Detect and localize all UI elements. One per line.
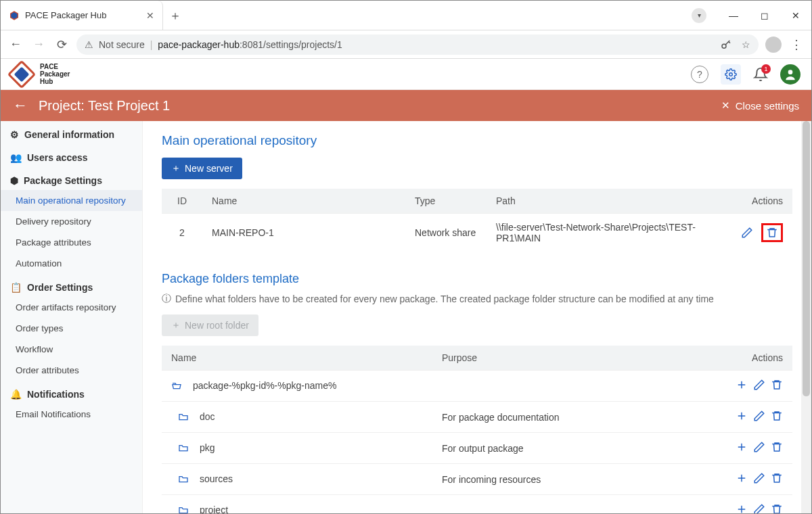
tab-title: PACE Packager Hub <box>25 10 106 20</box>
package-icon: ⬢ <box>10 175 18 186</box>
folders-table: Name Purpose Actions package-%pkg-id%-%p… <box>162 346 792 514</box>
users-icon: 👥 <box>10 152 22 163</box>
open-folder-icon <box>171 381 182 390</box>
delete-icon[interactable] <box>771 410 783 422</box>
folder-row: sourcesFor incoming resources <box>162 464 792 495</box>
page-title: Project: Test Project 1 <box>39 98 170 114</box>
col-path: Path <box>487 189 726 214</box>
gear-outline-icon: ⚙ <box>10 129 19 140</box>
sidebar-order-settings[interactable]: 📋Order Settings <box>1 274 142 297</box>
not-secure-icon: ⚠ <box>85 39 93 50</box>
url-path: :8081/settings/projects/1 <box>240 39 342 50</box>
plus-icon: ＋ <box>171 162 181 174</box>
delete-icon[interactable] <box>761 223 783 242</box>
new-root-folder-button: ＋ New root folder <box>162 314 258 336</box>
nav-back-icon[interactable]: ← <box>7 37 24 51</box>
delete-icon[interactable] <box>771 503 783 514</box>
edit-icon[interactable] <box>753 472 765 484</box>
maximize-button[interactable]: ◻ <box>749 1 780 30</box>
col-name: Name <box>202 189 405 214</box>
back-arrow-icon[interactable]: ← <box>13 97 28 114</box>
add-icon[interactable] <box>736 503 748 514</box>
sidebar-item-order-attrs[interactable]: Order attributes <box>1 360 142 381</box>
section-title-main-repo: Main operational repository <box>162 133 792 148</box>
user-avatar[interactable] <box>780 64 800 85</box>
bell-outline-icon: 🔔 <box>10 389 22 400</box>
close-window-button[interactable]: ✕ <box>780 1 811 30</box>
star-icon[interactable]: ☆ <box>742 39 750 50</box>
account-dropdown-icon[interactable]: ▾ <box>692 8 706 23</box>
svg-point-0 <box>722 44 726 48</box>
edit-icon[interactable] <box>753 379 765 391</box>
sidebar-item-main-repo[interactable]: Main operational repository <box>1 190 142 211</box>
cube-icon <box>9 10 20 21</box>
sidebar-item-workflow[interactable]: Workflow <box>1 339 142 360</box>
add-icon[interactable] <box>736 472 748 484</box>
sidebar-notifications[interactable]: 🔔Notifications <box>1 381 142 404</box>
sidebar-package-settings[interactable]: ⬢Package Settings <box>1 167 142 190</box>
clipboard-icon: 📋 <box>10 282 22 293</box>
new-tab-button[interactable]: ＋ <box>163 1 187 30</box>
folder-row: package-%pkg-id%-%pkg-name% <box>162 371 792 402</box>
content-scrollbar[interactable] <box>801 121 811 514</box>
col-actions: Actions <box>726 189 792 214</box>
sidebar-item-package-attrs[interactable]: Package attributes <box>1 232 142 253</box>
delete-icon[interactable] <box>771 472 783 484</box>
reload-icon[interactable]: ⟳ <box>53 37 70 52</box>
tab-close-icon[interactable]: ✕ <box>146 10 154 21</box>
svg-point-1 <box>729 72 733 76</box>
section-title-folders: Package folders template <box>162 272 792 286</box>
folder-icon <box>178 443 189 452</box>
delete-icon[interactable] <box>771 441 783 453</box>
not-secure-label: Not secure <box>99 39 145 50</box>
delete-icon[interactable] <box>771 379 783 391</box>
sidebar-item-delivery-repo[interactable]: Delivery repository <box>1 211 142 232</box>
col-type: Type <box>405 189 487 214</box>
sidebar: ⚙General information 👥Users access ⬢Pack… <box>1 121 143 514</box>
sidebar-item-order-types[interactable]: Order types <box>1 318 142 339</box>
notification-badge: 1 <box>761 64 771 74</box>
new-server-button[interactable]: ＋ New server <box>162 158 242 179</box>
edit-icon[interactable] <box>753 503 765 514</box>
edit-icon[interactable] <box>753 410 765 422</box>
folder-row: pkgFor output package <box>162 433 792 464</box>
sidebar-item-order-artifacts[interactable]: Order artifacts repository <box>1 297 142 318</box>
folder-row: project <box>162 495 792 515</box>
edit-icon[interactable] <box>753 441 765 453</box>
profile-icon[interactable] <box>765 37 782 53</box>
app-logo-text: PACE Packager Hub <box>40 63 70 85</box>
sidebar-item-email-notif[interactable]: Email Notifications <box>1 404 142 425</box>
settings-icon[interactable] <box>721 64 741 85</box>
fcol-name: Name <box>162 346 432 371</box>
help-icon[interactable]: ? <box>691 66 708 83</box>
col-id: ID <box>162 189 202 214</box>
folders-hint: ⓘ Define what folders have to be created… <box>162 293 792 305</box>
key-icon[interactable] <box>720 39 732 51</box>
minimize-button[interactable]: — <box>718 1 749 30</box>
sidebar-users[interactable]: 👥Users access <box>1 144 142 167</box>
folder-row: docFor package documentation <box>162 402 792 433</box>
app-logo-icon <box>7 60 36 88</box>
fcol-actions: Actions <box>718 346 792 371</box>
servers-table: ID Name Type Path Actions 2 MAIN-REPO-1 … <box>162 189 792 252</box>
add-icon[interactable] <box>736 379 748 391</box>
plus-icon: ＋ <box>171 319 181 331</box>
add-icon[interactable] <box>736 410 748 422</box>
close-icon: ✕ <box>721 99 730 112</box>
url-host: pace-packager-hub <box>158 39 240 50</box>
notifications-icon[interactable]: 1 <box>753 67 768 82</box>
svg-point-2 <box>788 70 793 74</box>
address-bar[interactable]: ⚠ Not secure | pace-packager-hub:8081/se… <box>76 34 759 55</box>
sidebar-item-automation[interactable]: Automation <box>1 253 142 274</box>
folder-icon <box>178 412 189 421</box>
close-settings-button[interactable]: ✕ Close settings <box>721 99 799 112</box>
browser-menu-icon[interactable]: ⋮ <box>788 37 805 52</box>
add-icon[interactable] <box>736 441 748 453</box>
edit-icon[interactable] <box>741 227 753 239</box>
nav-forward-icon: → <box>30 37 47 51</box>
sidebar-general[interactable]: ⚙General information <box>1 121 142 144</box>
browser-tab[interactable]: PACE Packager Hub ✕ <box>1 1 163 30</box>
fcol-purpose: Purpose <box>432 346 718 371</box>
info-icon: ⓘ <box>162 293 171 305</box>
folder-icon <box>178 474 189 484</box>
